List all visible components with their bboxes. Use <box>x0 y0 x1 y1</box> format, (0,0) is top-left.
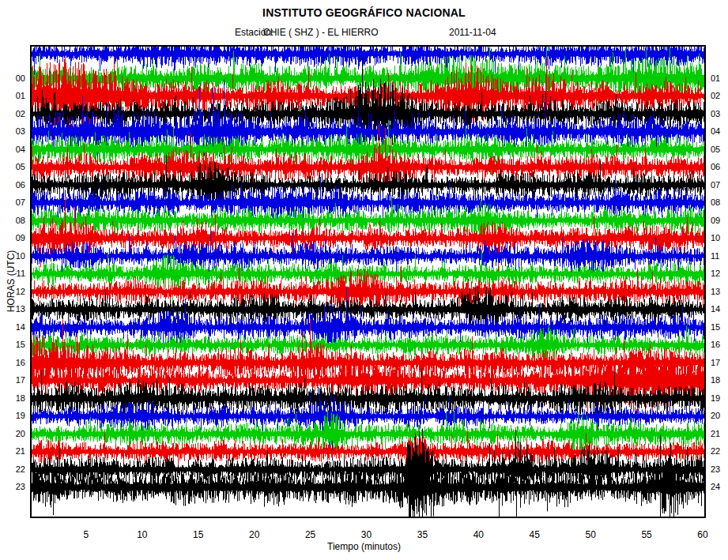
hour-tick-left: 07 <box>5 198 25 207</box>
hour-tick-left: 17 <box>5 376 25 385</box>
hour-tick-right: 01 <box>711 74 728 83</box>
minute-tick: 10 <box>130 529 154 540</box>
hour-tick-right: 24 <box>711 483 728 491</box>
hour-tick-left: 23 <box>5 483 25 491</box>
hour-tick-right: 03 <box>711 110 728 118</box>
minute-tick: 5 <box>74 529 98 540</box>
hour-tick-left: 20 <box>5 430 25 438</box>
x-axis-label: Tiempo (minutos) <box>0 541 728 552</box>
hour-tick-left: 06 <box>5 181 25 190</box>
hour-tick-left: 04 <box>5 145 25 154</box>
hour-tick-left: 21 <box>5 447 25 456</box>
hour-tick-left: 13 <box>5 305 25 314</box>
hour-tick-right: 09 <box>711 216 728 225</box>
hour-tick-right: 19 <box>711 394 728 403</box>
hour-tick-right: 12 <box>711 269 728 278</box>
hour-tick-left: 08 <box>5 216 25 225</box>
hour-tick-right: 20 <box>711 412 728 420</box>
minute-tick: 45 <box>522 529 546 540</box>
minute-tick: 20 <box>243 529 266 540</box>
hour-tick-right: 17 <box>711 359 728 367</box>
hour-tick-left: 12 <box>5 288 25 296</box>
hour-tick-right: 07 <box>711 181 728 190</box>
hour-tick-left: 15 <box>5 340 25 349</box>
hour-tick-right: 02 <box>711 92 728 100</box>
hour-tick-right: 23 <box>711 465 728 474</box>
hour-tick-left: 18 <box>5 394 25 403</box>
seismogram-canvas <box>32 47 704 517</box>
minute-tick: 60 <box>691 529 715 540</box>
hour-tick-left: 03 <box>5 127 25 136</box>
hour-tick-right: 11 <box>711 252 728 261</box>
hour-tick-left: 00 <box>5 74 25 83</box>
page-title: INSTITUTO GEOGRÁFICO NACIONAL <box>0 6 728 19</box>
hour-tick-left: 02 <box>5 110 25 118</box>
hour-tick-right: 13 <box>711 288 728 296</box>
hour-tick-left: 14 <box>5 323 25 332</box>
hour-tick-left: 10 <box>5 252 25 261</box>
hour-tick-right: 08 <box>711 198 728 207</box>
hour-tick-right: 21 <box>711 430 728 438</box>
hour-tick-left: 11 <box>5 269 25 278</box>
hour-tick-right: 06 <box>711 163 728 171</box>
record-date: 2011-11-04 <box>449 27 496 38</box>
minute-tick: 15 <box>187 529 210 540</box>
hour-tick-left: 19 <box>5 412 25 420</box>
station-name: CHIE ( SHZ ) - EL HIERRO <box>263 27 379 38</box>
hour-tick-left: 05 <box>5 163 25 171</box>
hour-tick-right: 18 <box>711 376 728 385</box>
hour-tick-right: 15 <box>711 323 728 332</box>
hour-tick-right: 10 <box>711 234 728 242</box>
minute-tick: 40 <box>466 529 490 540</box>
minute-tick: 25 <box>299 529 323 540</box>
hour-tick-left: 16 <box>5 359 25 367</box>
hour-tick-right: 22 <box>711 447 728 456</box>
hour-tick-left: 01 <box>5 92 25 100</box>
hour-tick-right: 04 <box>711 127 728 136</box>
hour-tick-left: 09 <box>5 234 25 242</box>
hour-tick-left: 22 <box>5 465 25 474</box>
hour-tick-right: 14 <box>711 305 728 314</box>
minute-tick: 30 <box>354 529 378 540</box>
hour-tick-right: 05 <box>711 145 728 154</box>
seismogram-page: INSTITUTO GEOGRÁFICO NACIONAL Estación: … <box>0 0 728 560</box>
minute-tick: 35 <box>410 529 434 540</box>
minute-tick: 50 <box>579 529 602 540</box>
seismogram-plot-frame <box>30 45 706 518</box>
minute-tick: 55 <box>635 529 658 540</box>
hour-tick-right: 16 <box>711 340 728 349</box>
